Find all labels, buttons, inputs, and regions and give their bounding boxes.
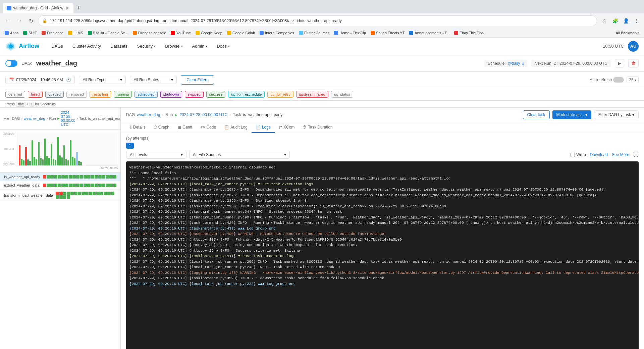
task-bar: [106, 184, 109, 187]
address-bar[interactable]: 🔓 172.191.114.225:8080/dags/weather_dag/…: [38, 15, 597, 26]
dag-toggle[interactable]: [5, 60, 17, 67]
bookmark-all[interactable]: All Bookmarks: [614, 30, 641, 36]
back-button[interactable]: ←: [3, 16, 12, 25]
bookmark-dollar[interactable]: $ to lkr - Google Se...: [86, 30, 130, 36]
badge-no-status[interactable]: no_status: [331, 91, 353, 98]
task-bar: [43, 175, 46, 179]
nav-admin[interactable]: Admin ▾: [188, 41, 212, 51]
task-item-extract[interactable]: extract_weather_data: [0, 181, 120, 190]
tab-gantt[interactable]: ▦ Gantt: [173, 122, 196, 133]
bookmark-apps[interactable]: Apps: [3, 30, 20, 36]
bookmark-suit[interactable]: SUIT: [21, 30, 39, 36]
badge-up-for-reschedule[interactable]: up_for_reschedule: [228, 91, 265, 98]
run-type-select[interactable]: All Run Types ▾: [79, 76, 126, 84]
tab-task-duration[interactable]: ⏱ Task Duration: [299, 122, 336, 133]
badge-scheduled[interactable]: scheduled: [135, 91, 157, 98]
dag-name-breadcrumb[interactable]: weather_dag: [24, 116, 45, 120]
bookmark-llms[interactable]: LLMS: [66, 30, 85, 36]
detail-dag-link[interactable]: weather_dag: [137, 112, 160, 117]
chart-bar: [59, 155, 61, 165]
wrap-checkbox-input[interactable]: [571, 153, 575, 157]
clear-filters-button[interactable]: Clear Filters: [181, 75, 214, 85]
run-type-value: All Run Types: [83, 78, 107, 82]
badge-queued[interactable]: queued: [45, 91, 64, 98]
nav-docs[interactable]: Docs ▾: [213, 41, 234, 51]
bookmarks-bar: Apps SUIT Freelance LLMS $ to lkr - Goog…: [0, 28, 644, 38]
task-item-transform[interactable]: transform_load_weather_data: [0, 190, 120, 201]
badge-running[interactable]: running: [114, 91, 132, 98]
task-name-transform: transform_load_weather_data: [4, 193, 53, 197]
expand-logs-button[interactable]: ⛶: [633, 152, 639, 158]
run-value-breadcrumb[interactable]: 2024-07-28, 00:00:00 UTC: [61, 110, 75, 127]
badge-up-for-retry[interactable]: up_for_retry: [267, 91, 293, 98]
forward-button[interactable]: →: [15, 16, 24, 25]
badge-removed[interactable]: removed: [66, 91, 87, 98]
bookmark-colab[interactable]: Google Colab: [225, 30, 257, 36]
tab-details[interactable]: ℹ Details: [126, 122, 150, 133]
filter-dag-button[interactable]: Filter DAG by task ▾: [594, 110, 639, 119]
active-tab[interactable]: weather_dag - Grid - Airflow ✕: [3, 3, 73, 13]
bookmark-ebay[interactable]: Ebay Title Tips: [452, 30, 486, 36]
bookmark-sfx[interactable]: Sound Effects YT: [369, 30, 407, 36]
auto-refresh-switch[interactable]: [613, 77, 624, 83]
bookmark-freelance-favicon: [42, 31, 46, 35]
attempt-badge-1[interactable]: 1: [126, 143, 134, 149]
nav-browse[interactable]: Browse ▾: [161, 41, 186, 51]
download-logs-button[interactable]: Download: [590, 152, 608, 157]
menu-button[interactable]: ⋮: [632, 16, 641, 26]
reload-button[interactable]: ↻: [27, 16, 35, 26]
tab-close-button[interactable]: ✕: [65, 5, 69, 11]
nav-cluster-activity[interactable]: Cluster Activity: [68, 41, 105, 51]
detail-actions: Clear task Mark state as... ▾ Filter DAG…: [523, 110, 639, 119]
tab-logs[interactable]: 📄 Logs: [252, 122, 275, 133]
badge-restarting[interactable]: restarting: [90, 91, 111, 98]
refresh-count[interactable]: 25 ▾: [627, 77, 639, 83]
log-content[interactable]: weather-etl-vm.h24djnn2scmu1hxos3omine2k…: [126, 161, 639, 349]
tab-graph[interactable]: ⬡ Graph: [150, 122, 173, 133]
detail-run-link[interactable]: 2024-07-28, 00:00:00 UTC: [179, 112, 227, 117]
tab-code[interactable]: <> Code: [196, 122, 220, 133]
bookmark-youtube[interactable]: YouTube: [169, 30, 193, 36]
bookmark-flexclip[interactable]: Home - FlexClip: [332, 30, 368, 36]
nav-dags[interactable]: DAGs: [47, 41, 67, 51]
badge-deferred[interactable]: deferred: [5, 91, 25, 98]
bookmark-flutter[interactable]: Flutter Courses: [297, 30, 331, 36]
chart-bar: [25, 147, 27, 165]
logs-level-select[interactable]: All Levels ▾: [126, 151, 186, 159]
see-more-button[interactable]: See More: [612, 152, 629, 157]
collapse-sidebar-button[interactable]: «»: [4, 116, 9, 121]
date-input[interactable]: 📅 07/29/2024 10:46:28 AM 🕐: [5, 76, 75, 84]
bookmark-firebase[interactable]: Firebase console: [131, 30, 168, 36]
bookmark-announce[interactable]: Announcements - T...: [407, 30, 451, 36]
trigger-dag-button[interactable]: ▶: [615, 59, 624, 67]
nav-datasets[interactable]: Datasets: [106, 41, 131, 51]
task-bar: [96, 192, 100, 195]
run-state-select[interactable]: All Run States ▾: [130, 76, 177, 84]
new-tab-button[interactable]: +: [75, 5, 83, 12]
bookmark-intern[interactable]: Intern Companies: [258, 30, 296, 36]
mark-state-button[interactable]: Mark state as... ▾: [552, 110, 591, 119]
logs-source-select[interactable]: All File Sources ▾: [189, 151, 290, 159]
profile-button[interactable]: 👤: [621, 16, 631, 26]
tab-audit-log[interactable]: 📋 Audit Log: [220, 122, 252, 133]
task-item-weather-api[interactable]: is_weather_api_ready: [0, 173, 120, 181]
badge-success[interactable]: success: [206, 91, 226, 98]
delete-dag-button[interactable]: 🗑: [628, 59, 639, 67]
bookmark-button[interactable]: ☆: [600, 16, 609, 26]
nav-security[interactable]: Security ▾: [133, 41, 160, 51]
badge-upstream-failed[interactable]: upstream_failed: [296, 91, 328, 98]
bookmark-intern-label: Intern Companies: [265, 31, 294, 35]
extensions-button[interactable]: 🧩: [610, 16, 620, 26]
badge-skipped[interactable]: skipped: [185, 91, 204, 98]
bookmark-freelance[interactable]: Freelance: [40, 30, 65, 36]
tab-xcom[interactable]: ⇄ XCom: [275, 122, 299, 133]
bookmark-keep[interactable]: Google Keep: [194, 30, 224, 36]
breadcrumb-sep2: ›: [47, 116, 48, 120]
badge-shutdown[interactable]: shutdown: [160, 91, 182, 98]
wrap-checkbox-label[interactable]: Wrap: [571, 152, 586, 157]
user-avatar[interactable]: AU: [628, 41, 639, 52]
clear-task-button[interactable]: Clear task: [523, 110, 550, 119]
badge-failed[interactable]: failed: [28, 91, 43, 98]
graph-icon: ⬡: [154, 125, 157, 130]
chart-bar-group-7: [57, 137, 63, 165]
